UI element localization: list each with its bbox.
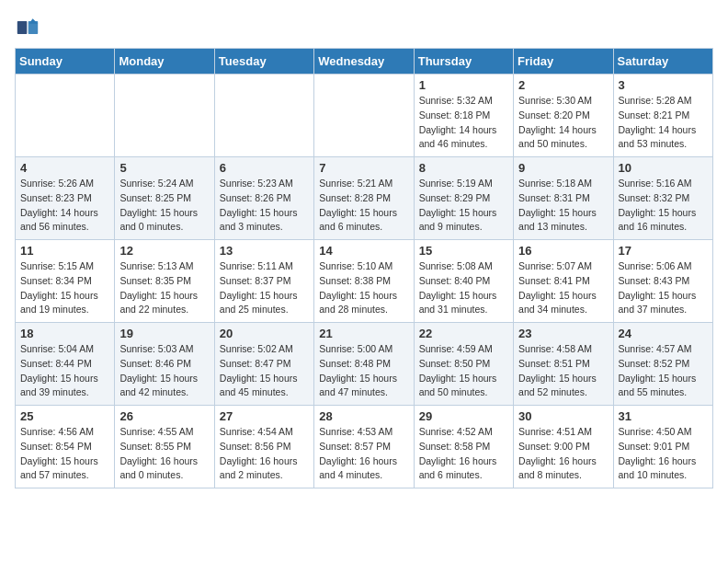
calendar-cell — [16, 75, 115, 157]
calendar-cell: 11Sunrise: 5:15 AM Sunset: 8:34 PM Dayli… — [16, 240, 115, 323]
day-info: Sunrise: 5:13 AM Sunset: 8:35 PM Dayligh… — [119, 259, 209, 317]
calendar-cell: 30Sunrise: 4:51 AM Sunset: 9:00 PM Dayli… — [514, 406, 613, 488]
calendar-cell — [214, 75, 313, 157]
calendar-cell: 3Sunrise: 5:28 AM Sunset: 8:21 PM Daylig… — [613, 75, 712, 157]
day-info: Sunrise: 5:04 AM Sunset: 8:44 PM Dayligh… — [20, 342, 109, 400]
day-info: Sunrise: 5:28 AM Sunset: 8:21 PM Dayligh… — [619, 94, 708, 152]
day-info: Sunrise: 4:52 AM Sunset: 8:58 PM Dayligh… — [419, 425, 508, 483]
day-number: 8 — [419, 161, 508, 175]
day-number: 22 — [419, 327, 508, 340]
calendar-cell: 21Sunrise: 5:00 AM Sunset: 8:48 PM Dayli… — [314, 323, 414, 406]
day-number: 13 — [220, 244, 309, 258]
day-info: Sunrise: 5:08 AM Sunset: 8:40 PM Dayligh… — [419, 259, 508, 317]
day-info: Sunrise: 5:21 AM Sunset: 8:28 PM Dayligh… — [319, 177, 408, 235]
calendar-cell: 13Sunrise: 5:11 AM Sunset: 8:37 PM Dayli… — [214, 240, 313, 323]
day-number: 31 — [619, 409, 708, 423]
calendar-cell: 8Sunrise: 5:19 AM Sunset: 8:29 PM Daylig… — [414, 157, 513, 240]
day-info: Sunrise: 5:15 AM Sunset: 8:34 PM Dayligh… — [20, 259, 109, 317]
day-number: 17 — [619, 244, 708, 258]
calendar-cell: 1Sunrise: 5:32 AM Sunset: 8:18 PM Daylig… — [414, 75, 513, 157]
weekday-header: Saturday — [613, 49, 712, 75]
day-number: 19 — [119, 327, 209, 340]
day-info: Sunrise: 5:02 AM Sunset: 8:47 PM Dayligh… — [220, 342, 309, 400]
calendar-week-row: 1Sunrise: 5:32 AM Sunset: 8:18 PM Daylig… — [16, 75, 713, 157]
weekday-header: Monday — [115, 49, 214, 75]
day-info: Sunrise: 4:54 AM Sunset: 8:56 PM Dayligh… — [220, 425, 309, 483]
logo — [15, 15, 44, 40]
calendar-week-row: 25Sunrise: 4:56 AM Sunset: 8:54 PM Dayli… — [16, 406, 713, 488]
calendar-table: SundayMondayTuesdayWednesdayThursdayFrid… — [15, 48, 713, 488]
day-number: 20 — [220, 327, 309, 340]
header-row: SundayMondayTuesdayWednesdayThursdayFrid… — [16, 49, 713, 75]
day-number: 27 — [220, 409, 309, 423]
calendar-cell: 26Sunrise: 4:55 AM Sunset: 8:55 PM Dayli… — [115, 406, 214, 488]
day-info: Sunrise: 5:24 AM Sunset: 8:25 PM Dayligh… — [119, 177, 209, 235]
day-info: Sunrise: 5:32 AM Sunset: 8:18 PM Dayligh… — [419, 94, 508, 152]
weekday-header: Friday — [514, 49, 613, 75]
day-info: Sunrise: 4:51 AM Sunset: 9:00 PM Dayligh… — [518, 425, 608, 483]
calendar-cell: 24Sunrise: 4:57 AM Sunset: 8:52 PM Dayli… — [613, 323, 712, 406]
day-number: 21 — [319, 327, 408, 340]
day-number: 4 — [20, 161, 109, 175]
logo-icon — [15, 15, 40, 40]
calendar-cell: 5Sunrise: 5:24 AM Sunset: 8:25 PM Daylig… — [115, 157, 214, 240]
day-number: 15 — [419, 244, 508, 258]
day-info: Sunrise: 4:59 AM Sunset: 8:50 PM Dayligh… — [419, 342, 508, 400]
weekday-header: Wednesday — [314, 49, 414, 75]
day-info: Sunrise: 5:11 AM Sunset: 8:37 PM Dayligh… — [220, 259, 309, 317]
day-number: 26 — [119, 409, 209, 423]
day-number: 30 — [518, 409, 608, 423]
calendar-cell: 12Sunrise: 5:13 AM Sunset: 8:35 PM Dayli… — [115, 240, 214, 323]
calendar-cell: 15Sunrise: 5:08 AM Sunset: 8:40 PM Dayli… — [414, 240, 513, 323]
day-number: 14 — [319, 244, 408, 258]
svg-rect-1 — [17, 21, 28, 34]
day-info: Sunrise: 4:57 AM Sunset: 8:52 PM Dayligh… — [619, 342, 708, 400]
day-info: Sunrise: 5:00 AM Sunset: 8:48 PM Dayligh… — [319, 342, 408, 400]
calendar-cell: 20Sunrise: 5:02 AM Sunset: 8:47 PM Dayli… — [214, 323, 313, 406]
calendar-cell: 29Sunrise: 4:52 AM Sunset: 8:58 PM Dayli… — [414, 406, 513, 488]
calendar-cell: 14Sunrise: 5:10 AM Sunset: 8:38 PM Dayli… — [314, 240, 414, 323]
day-number: 2 — [518, 78, 608, 92]
day-info: Sunrise: 5:18 AM Sunset: 8:31 PM Dayligh… — [518, 177, 608, 235]
calendar-week-row: 11Sunrise: 5:15 AM Sunset: 8:34 PM Dayli… — [16, 240, 713, 323]
calendar-cell: 4Sunrise: 5:26 AM Sunset: 8:23 PM Daylig… — [16, 157, 115, 240]
calendar-cell: 17Sunrise: 5:06 AM Sunset: 8:43 PM Dayli… — [613, 240, 712, 323]
day-number: 5 — [119, 161, 209, 175]
day-number: 29 — [419, 409, 508, 423]
day-info: Sunrise: 4:50 AM Sunset: 9:01 PM Dayligh… — [619, 425, 708, 483]
day-number: 11 — [20, 244, 109, 258]
calendar-cell: 7Sunrise: 5:21 AM Sunset: 8:28 PM Daylig… — [314, 157, 414, 240]
calendar-cell: 27Sunrise: 4:54 AM Sunset: 8:56 PM Dayli… — [214, 406, 313, 488]
calendar-cell: 25Sunrise: 4:56 AM Sunset: 8:54 PM Dayli… — [16, 406, 115, 488]
day-info: Sunrise: 5:23 AM Sunset: 8:26 PM Dayligh… — [220, 177, 309, 235]
day-number: 23 — [518, 327, 608, 340]
page-header — [15, 15, 713, 40]
weekday-header: Thursday — [414, 49, 513, 75]
calendar-cell: 6Sunrise: 5:23 AM Sunset: 8:26 PM Daylig… — [214, 157, 313, 240]
day-number: 28 — [319, 409, 408, 423]
day-info: Sunrise: 5:26 AM Sunset: 8:23 PM Dayligh… — [20, 177, 109, 235]
day-info: Sunrise: 5:03 AM Sunset: 8:46 PM Dayligh… — [119, 342, 209, 400]
day-number: 9 — [518, 161, 608, 175]
day-number: 7 — [319, 161, 408, 175]
calendar-cell: 2Sunrise: 5:30 AM Sunset: 8:20 PM Daylig… — [514, 75, 613, 157]
calendar-cell: 16Sunrise: 5:07 AM Sunset: 8:41 PM Dayli… — [514, 240, 613, 323]
day-number: 3 — [619, 78, 708, 92]
calendar-cell — [115, 75, 214, 157]
day-info: Sunrise: 4:55 AM Sunset: 8:55 PM Dayligh… — [119, 425, 209, 483]
calendar-cell: 23Sunrise: 4:58 AM Sunset: 8:51 PM Dayli… — [514, 323, 613, 406]
calendar-cell: 9Sunrise: 5:18 AM Sunset: 8:31 PM Daylig… — [514, 157, 613, 240]
calendar-week-row: 4Sunrise: 5:26 AM Sunset: 8:23 PM Daylig… — [16, 157, 713, 240]
calendar-cell: 31Sunrise: 4:50 AM Sunset: 9:01 PM Dayli… — [613, 406, 712, 488]
day-info: Sunrise: 5:07 AM Sunset: 8:41 PM Dayligh… — [518, 259, 608, 317]
weekday-header: Tuesday — [214, 49, 313, 75]
calendar-cell — [314, 75, 414, 157]
day-info: Sunrise: 5:19 AM Sunset: 8:29 PM Dayligh… — [419, 177, 508, 235]
day-info: Sunrise: 4:56 AM Sunset: 8:54 PM Dayligh… — [20, 425, 109, 483]
day-number: 10 — [619, 161, 708, 175]
day-number: 6 — [220, 161, 309, 175]
day-info: Sunrise: 5:06 AM Sunset: 8:43 PM Dayligh… — [619, 259, 708, 317]
calendar-week-row: 18Sunrise: 5:04 AM Sunset: 8:44 PM Dayli… — [16, 323, 713, 406]
calendar-cell: 22Sunrise: 4:59 AM Sunset: 8:50 PM Dayli… — [414, 323, 513, 406]
day-number: 16 — [518, 244, 608, 258]
